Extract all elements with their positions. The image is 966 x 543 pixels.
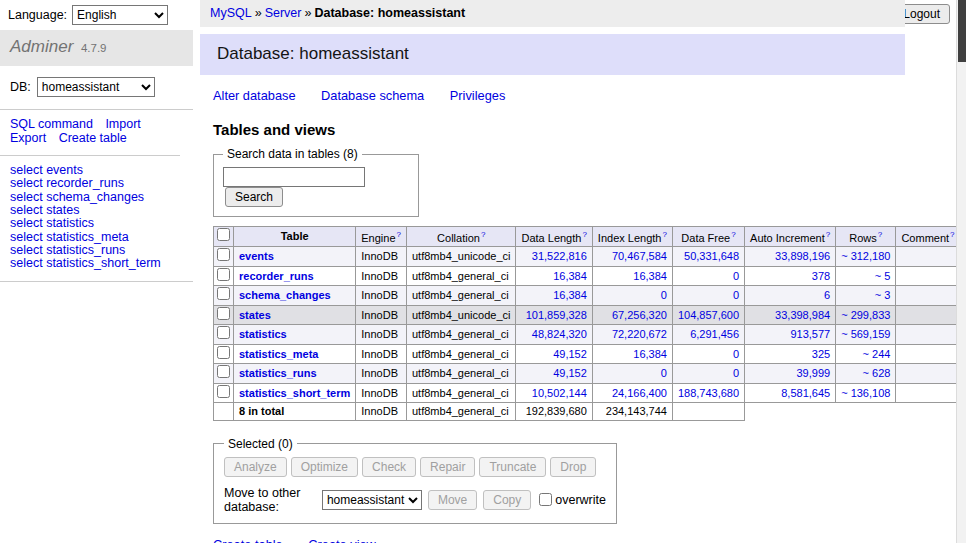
select-all-checkbox[interactable]: [217, 228, 230, 241]
help-icon[interactable]: ?: [950, 230, 954, 239]
sidebar-select-statistics-meta[interactable]: select statistics_meta: [10, 231, 183, 244]
help-icon[interactable]: ?: [878, 230, 882, 239]
rows-link[interactable]: ~ 244: [863, 348, 891, 360]
auto-increment-link[interactable]: 378: [812, 270, 830, 282]
help-icon[interactable]: ?: [397, 230, 401, 239]
auto-increment-link[interactable]: 325: [812, 348, 830, 360]
help-icon[interactable]: ?: [662, 230, 666, 239]
data-length-link[interactable]: 16,384: [553, 289, 587, 301]
data-free-link[interactable]: 104,857,600: [678, 309, 739, 321]
index-length-link[interactable]: 67,256,320: [612, 309, 667, 321]
table-link-events[interactable]: events: [239, 250, 274, 262]
table-link-recorder-runs[interactable]: recorder_runs: [239, 270, 314, 282]
rows-link[interactable]: ~ 569,159: [841, 328, 890, 340]
language-select[interactable]: English: [72, 5, 168, 25]
sidebar-link-import[interactable]: Import: [105, 117, 140, 131]
scrollbar[interactable]: [956, 0, 966, 543]
data-free-link[interactable]: 188,743,680: [678, 387, 739, 399]
index-length-link[interactable]: 70,467,584: [612, 250, 667, 262]
sidebar-link-create-table[interactable]: Create table: [59, 131, 127, 145]
sidebar-select-recorder-runs[interactable]: select recorder_runs: [10, 177, 183, 190]
auto-increment-link[interactable]: 33,398,984: [775, 309, 830, 321]
table-link-states[interactable]: states: [239, 309, 271, 321]
sidebar-link-sql-command[interactable]: SQL command: [10, 117, 93, 131]
row-checkbox-statistics-runs[interactable]: [217, 365, 230, 378]
data-length-link[interactable]: 10,502,144: [532, 387, 587, 399]
db-select[interactable]: homeassistant: [37, 77, 155, 97]
sidebar-select-statistics[interactable]: select statistics: [10, 217, 183, 230]
repair-button[interactable]: Repair: [420, 457, 475, 477]
auto-increment-link[interactable]: 913,577: [790, 328, 830, 340]
analyze-button[interactable]: Analyze: [224, 457, 287, 477]
link-privileges[interactable]: Privileges: [450, 88, 505, 103]
row-checkbox-events[interactable]: [217, 248, 230, 261]
data-free-link[interactable]: 6,291,456: [690, 328, 739, 340]
rows-link[interactable]: ~ 299,833: [841, 309, 890, 321]
move-button[interactable]: Move: [428, 490, 477, 510]
link-create-table[interactable]: Create table: [213, 537, 283, 543]
row-checkbox-states[interactable]: [217, 307, 230, 320]
link-database-schema[interactable]: Database schema: [321, 88, 424, 103]
sidebar-select-statistics-runs[interactable]: select statistics_runs: [10, 244, 183, 257]
row-checkbox-statistics-short-term[interactable]: [217, 385, 230, 398]
rows-link[interactable]: ~ 3: [875, 289, 891, 301]
index-length-link[interactable]: 0: [661, 289, 667, 301]
auto-increment-link[interactable]: 33,898,196: [775, 250, 830, 262]
index-length-link[interactable]: 16,384: [633, 270, 667, 282]
scrollbar-thumb[interactable]: [958, 0, 966, 62]
rows-link[interactable]: ~ 136,108: [841, 387, 890, 399]
table-link-statistics-runs[interactable]: statistics_runs: [239, 367, 317, 379]
breadcrumb-mysql[interactable]: MySQL: [210, 6, 252, 20]
sidebar-select-statistics-short-term[interactable]: select statistics_short_term: [10, 257, 183, 270]
auto-increment-link[interactable]: 8,581,645: [781, 387, 830, 399]
truncate-button[interactable]: Truncate: [479, 457, 546, 477]
sidebar-select-states[interactable]: select states: [10, 204, 183, 217]
data-length-link[interactable]: 49,152: [553, 367, 587, 379]
table-link-statistics-short-term[interactable]: statistics_short_term: [239, 387, 350, 399]
index-length-link[interactable]: 24,166,400: [612, 387, 667, 399]
data-length-link[interactable]: 48,824,320: [532, 328, 587, 340]
help-icon[interactable]: ?: [582, 230, 586, 239]
search-input[interactable]: [223, 167, 365, 187]
help-icon[interactable]: ?: [731, 230, 735, 239]
sidebar-link-export[interactable]: Export: [10, 131, 46, 145]
table-link-statistics-meta[interactable]: statistics_meta: [239, 348, 319, 360]
data-length-link[interactable]: 16,384: [553, 270, 587, 282]
auto-increment-link[interactable]: 6: [824, 289, 830, 301]
link-alter-database[interactable]: Alter database: [213, 88, 296, 103]
link-create-view[interactable]: Create view: [308, 537, 376, 543]
index-length-link[interactable]: 0: [661, 367, 667, 379]
data-free-link[interactable]: 0: [733, 367, 739, 379]
move-db-select[interactable]: homeassistant: [322, 490, 422, 510]
data-free-link[interactable]: 50,331,648: [684, 250, 739, 262]
data-length-link[interactable]: 49,152: [553, 348, 587, 360]
row-checkbox-recorder-runs[interactable]: [217, 268, 230, 281]
data-length-link[interactable]: 31,522,816: [532, 250, 587, 262]
auto-increment-link[interactable]: 39,999: [797, 367, 831, 379]
breadcrumb-server[interactable]: Server: [265, 6, 302, 20]
row-checkbox-statistics-meta[interactable]: [217, 346, 230, 359]
check-button[interactable]: Check: [362, 457, 416, 477]
help-icon[interactable]: ?: [481, 230, 485, 239]
rows-link[interactable]: ~ 628: [863, 367, 891, 379]
drop-button[interactable]: Drop: [550, 457, 596, 477]
rows-link[interactable]: ~ 5: [875, 270, 891, 282]
sidebar-select-events[interactable]: select events: [10, 164, 183, 177]
optimize-button[interactable]: Optimize: [291, 457, 358, 477]
overwrite-checkbox[interactable]: [539, 493, 552, 506]
sidebar-select-schema-changes[interactable]: select schema_changes: [10, 191, 183, 204]
help-icon[interactable]: ?: [826, 230, 830, 239]
copy-button[interactable]: Copy: [483, 490, 531, 510]
row-checkbox-schema-changes[interactable]: [217, 287, 230, 300]
row-checkbox-statistics[interactable]: [217, 326, 230, 339]
rows-link[interactable]: ~ 312,180: [841, 250, 890, 262]
data-length-link[interactable]: 101,859,328: [526, 309, 587, 321]
table-link-schema-changes[interactable]: schema_changes: [239, 289, 331, 301]
data-free-link[interactable]: 0: [733, 348, 739, 360]
index-length-link[interactable]: 72,220,672: [612, 328, 667, 340]
table-link-statistics[interactable]: statistics: [239, 328, 287, 340]
data-free-link[interactable]: 0: [733, 289, 739, 301]
search-button[interactable]: Search: [225, 187, 283, 207]
index-length-link[interactable]: 16,384: [633, 348, 667, 360]
data-free-link[interactable]: 0: [733, 270, 739, 282]
